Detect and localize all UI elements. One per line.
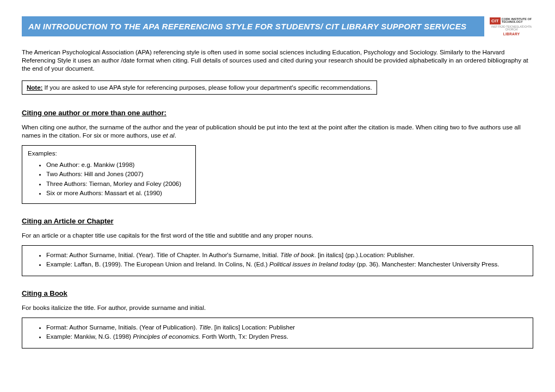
s2-format-box: Format: Author Surname, Initial. (Year).… — [22, 245, 533, 276]
logo-institute-name: CORK INSTITUTE OF TECHNOLOGY — [502, 18, 533, 24]
s3-example-it: Principles of economics. — [133, 333, 200, 340]
logo-library: LIBRARY — [503, 32, 520, 36]
s2-example-pre: Example: Laffan, B. (1999). The European… — [46, 261, 269, 267]
example-item: Six or more Authors: Massart et al. (199… — [46, 189, 190, 198]
intro-paragraph: The American Psychological Association (… — [22, 48, 533, 73]
s2-heading: Citing an Article or Chapter — [22, 217, 533, 225]
note-label: Note: — [27, 84, 42, 91]
s3-format-it: Title — [199, 324, 211, 331]
examples-list: One Author: e.g. Mankiw (1998) Two Autho… — [28, 161, 190, 198]
s3-format-box: Format: Author Surname, Initials. (Year … — [22, 318, 533, 349]
s1-body-post: . — [175, 132, 176, 139]
s3-format-pre: Format: Author Surname, Initials. (Year … — [46, 324, 199, 331]
s1-body-etal: et al — [163, 132, 175, 139]
s1-body: When citing one author, the surname of t… — [22, 123, 533, 140]
s2-format-it: Title of book — [280, 252, 314, 258]
example-item: Two Authors: Hill and Jones (2007) — [46, 170, 190, 179]
s3-body: For books italicize the title. For autho… — [22, 304, 533, 312]
logo-cit-badge: CIT — [490, 17, 501, 24]
example-item: One Author: e.g. Mankiw (1998) — [46, 161, 190, 170]
s3-heading: Citing a Book — [22, 289, 533, 297]
s2-format-post: . [in italics] (pp.).Location: Publisher… — [314, 252, 415, 258]
s3-example-post: Forth Worth, Tx: Dryden Press. — [200, 333, 288, 340]
s1-heading: Citing one author or more than one autho… — [22, 109, 533, 117]
s2-example-line: Example: Laffan, B. (1999). The European… — [46, 260, 527, 269]
note-text: If you are asked to use APA style for re… — [42, 84, 372, 91]
s3-example-pre: Example: Mankiw, N.G. (1998) — [46, 333, 133, 340]
s2-example-post: (pp. 36). Manchester: Manchester Univers… — [355, 261, 499, 267]
example-item: Three Authors: Tiernan, Morley and Foley… — [46, 180, 190, 189]
s2-body: For an article or a chapter title use ca… — [22, 232, 533, 240]
cit-logo: CIT CORK INSTITUTE OF TECHNOLOGY INSTITI… — [490, 16, 533, 36]
s1-body-pre: When citing one author, the surname of t… — [22, 124, 521, 139]
s2-format-pre: Format: Author Surname, Initial. (Year).… — [46, 252, 280, 258]
s2-format-line: Format: Author Surname, Initial. (Year).… — [46, 251, 527, 260]
page-title: AN INTRODUCTION TO THE APA REFERENCING S… — [22, 16, 484, 36]
logo-top: CIT CORK INSTITUTE OF TECHNOLOGY — [490, 17, 533, 24]
examples-box: Examples: One Author: e.g. Mankiw (1998)… — [22, 145, 196, 204]
s3-example-line: Example: Mankiw, N.G. (1998) Principles … — [46, 333, 527, 341]
s3-format-line: Format: Author Surname, Initials. (Year … — [46, 323, 527, 332]
examples-label: Examples: — [28, 150, 190, 157]
s3-format-post: . [in italics] Location: Publisher — [211, 324, 295, 331]
logo-tagline: INSTITIÚID TEICNEOLAÍOCHTA CHORCAÍ — [490, 26, 533, 32]
header-row: AN INTRODUCTION TO THE APA REFERENCING S… — [22, 16, 533, 36]
s2-example-it: Political issues in Ireland today — [269, 261, 355, 267]
note-box: Note: If you are asked to use APA style … — [22, 80, 377, 95]
